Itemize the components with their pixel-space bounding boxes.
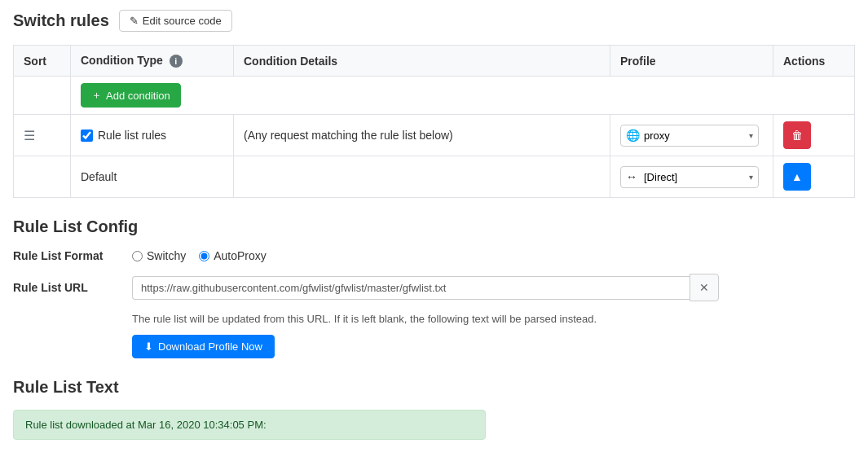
add-condition-row: ＋ Add condition bbox=[14, 77, 855, 115]
page-header: Switch rules ✎ Edit source code bbox=[13, 10, 855, 32]
trash-icon: 🗑 bbox=[791, 129, 803, 142]
sort-cell: ☰ bbox=[14, 115, 71, 156]
times-icon: ✕ bbox=[699, 281, 709, 294]
add-condition-cell: ＋ Add condition bbox=[71, 77, 855, 115]
format-label: Rule List Format bbox=[13, 249, 119, 262]
move-up-default-button[interactable]: ▲ bbox=[783, 163, 811, 191]
actions-cell-default: ▲ bbox=[773, 156, 855, 198]
url-label: Rule List URL bbox=[13, 281, 119, 294]
rule-list-config-section: Rule List Config Rule List Format Switch… bbox=[13, 217, 855, 358]
table-row: Default ↔ proxy [Direct] [System Proxy] … bbox=[14, 156, 855, 198]
format-radio-group: Switchy AutoProxy bbox=[132, 249, 267, 262]
rule-list-text-section: Rule List Text Rule list downloaded at M… bbox=[13, 378, 855, 440]
profile-dropdown-default[interactable]: proxy [Direct] [System Proxy] bbox=[620, 166, 759, 188]
profile-cell-default: ↔ proxy [Direct] [System Proxy] ▾ bbox=[610, 156, 773, 198]
rule-list-checkbox[interactable] bbox=[81, 130, 93, 142]
condition-details-cell-default bbox=[234, 156, 610, 198]
add-condition-sort-cell bbox=[14, 77, 71, 115]
col-condition-details: Condition Details bbox=[234, 46, 610, 77]
format-form-group: Rule List Format Switchy AutoProxy bbox=[13, 249, 855, 262]
rule-list-text-title: Rule List Text bbox=[13, 378, 855, 397]
autoproxy-radio-option[interactable]: AutoProxy bbox=[199, 249, 267, 262]
profile-cell: 🌐 proxy [Direct] [System Proxy] ▾ bbox=[610, 115, 773, 156]
edit-source-button[interactable]: ✎ Edit source code bbox=[119, 10, 232, 32]
condition-type-info-icon: i bbox=[170, 55, 183, 68]
download-profile-button[interactable]: ⬇ Download Profile Now bbox=[132, 335, 275, 358]
arrow-up-icon: ▲ bbox=[791, 170, 803, 183]
profile-select-wrapper-default: ↔ proxy [Direct] [System Proxy] ▾ bbox=[620, 166, 759, 188]
col-sort: Sort bbox=[14, 46, 71, 77]
url-input[interactable] bbox=[132, 276, 690, 300]
edit-icon: ✎ bbox=[130, 15, 139, 27]
switchy-radio-option[interactable]: Switchy bbox=[132, 249, 186, 262]
rules-table: Sort Condition Type i Condition Details … bbox=[13, 45, 855, 198]
condition-details-cell: (Any request matching the rule list belo… bbox=[234, 115, 610, 156]
condition-type-cell-default: Default bbox=[71, 156, 234, 198]
delete-row1-button[interactable]: 🗑 bbox=[783, 121, 811, 149]
config-section-title: Rule List Config bbox=[13, 217, 855, 236]
rule-list-info-box: Rule list downloaded at Mar 16, 2020 10:… bbox=[13, 410, 486, 440]
condition-type-cell: Rule list rules bbox=[71, 115, 234, 156]
switchy-radio[interactable] bbox=[132, 251, 143, 261]
profile-select-wrapper: 🌐 proxy [Direct] [System Proxy] ▾ bbox=[620, 125, 759, 147]
table-row: ☰ Rule list rules (Any request matching … bbox=[14, 115, 855, 156]
profile-dropdown-row1[interactable]: proxy [Direct] [System Proxy] bbox=[620, 125, 759, 147]
url-form-group: Rule List URL ✕ bbox=[13, 274, 855, 301]
page-title: Switch rules bbox=[13, 11, 109, 30]
col-actions: Actions bbox=[773, 46, 855, 77]
sort-cell-default bbox=[14, 156, 71, 198]
col-condition-type: Condition Type i bbox=[71, 46, 234, 77]
download-icon: ⬇ bbox=[144, 340, 153, 353]
plus-icon: ＋ bbox=[91, 88, 102, 103]
table-header-row: Sort Condition Type i Condition Details … bbox=[14, 46, 855, 77]
actions-cell-row1: 🗑 bbox=[773, 115, 855, 156]
url-hint-text: The rule list will be updated from this … bbox=[132, 313, 855, 325]
autoproxy-radio[interactable] bbox=[199, 251, 209, 261]
url-input-wrapper: ✕ bbox=[132, 274, 719, 301]
sort-handle-icon[interactable]: ☰ bbox=[24, 129, 35, 143]
url-clear-button[interactable]: ✕ bbox=[690, 274, 719, 301]
rule-list-checkbox-label[interactable]: Rule list rules bbox=[81, 129, 223, 142]
col-profile: Profile bbox=[610, 46, 773, 77]
add-condition-button[interactable]: ＋ Add condition bbox=[81, 83, 181, 108]
